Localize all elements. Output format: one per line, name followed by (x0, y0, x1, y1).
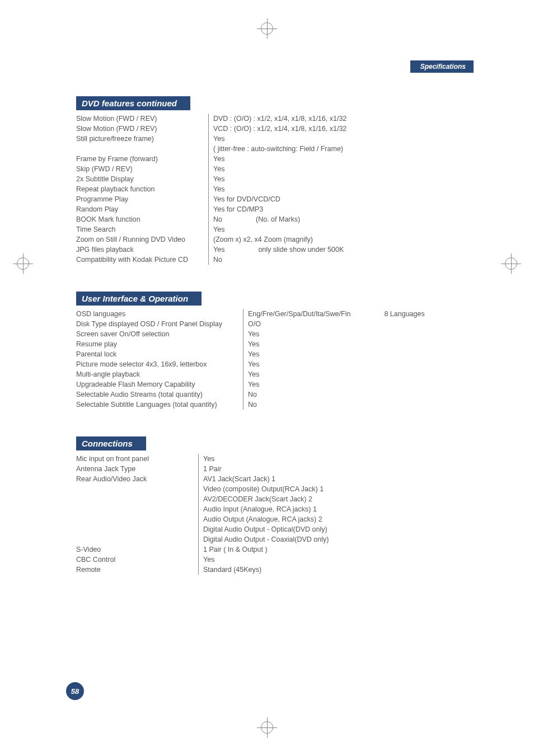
section-title-ui: User Interface & Operation (76, 292, 202, 306)
spec-label: Zoom on Still / Running DVD Video (76, 234, 204, 245)
spec-value-primary: ( jitter-free : auto-switching: Field / … (213, 144, 343, 154)
spec-row: Zoom on Still / Running DVD Video(Zoom x… (76, 234, 458, 245)
spec-row: BOOK Mark functionNo(No. of Marks) (76, 214, 458, 224)
spec-row: Audio Input (Analogue, RCA jacks) 1 (76, 504, 458, 514)
spec-value: O/O (243, 319, 458, 329)
spec-value: Digital Audio Output - Coaxial(DVD only) (198, 534, 458, 544)
spec-row: Repeat playback functionYes (76, 184, 458, 194)
spec-value-primary: No (248, 400, 257, 410)
spec-row: Random PlayYes for CD/MP3 (76, 204, 458, 214)
spec-label: Resume play (76, 339, 238, 349)
spec-value-primary: Yes (213, 134, 224, 144)
spec-row: Multi-angle playbackYes (76, 369, 458, 379)
spec-value-primary: Digital Audio Output - Optical(DVD only) (203, 524, 327, 534)
spec-value-primary: DVD : (O/O) : x1/2, x1/4, x1/8, x1/16, x… (213, 114, 346, 124)
spec-value-primary: Yes (248, 349, 259, 359)
spec-label: Repeat playback function (76, 184, 204, 194)
spec-value-primary: Yes (213, 164, 224, 174)
spec-row: Digital Audio Output - Coaxial(DVD only) (76, 534, 458, 544)
spec-label (76, 494, 194, 504)
spec-label: Compatibility with Kodak Picture CD (76, 255, 204, 265)
spec-row: Skip (FWD / REV)Yes (76, 164, 458, 174)
spec-value-primary: Yes (213, 245, 224, 255)
spec-value: Yes for CD/MP3 (208, 204, 458, 214)
spec-value-primary: Video (composite) Output(RCA Jack) 1 (203, 484, 324, 494)
header-tag: Specifications (410, 60, 474, 73)
spec-value: Yes (208, 134, 458, 144)
spec-value: Yes (243, 359, 458, 369)
spec-row: Picture mode selector 4x3, 16x9, letterb… (76, 359, 458, 369)
spec-value: Yes (208, 184, 458, 194)
spec-value: 1 Pair (198, 464, 458, 474)
spec-value-primary: Yes (213, 224, 224, 234)
spec-row: Time SearchYes (76, 224, 458, 234)
spec-label (76, 484, 194, 494)
spec-value: Yes (243, 349, 458, 359)
spec-value-primary: Standard (45Keys) (203, 565, 261, 575)
spec-label: Disk Type displayed OSD / Front Panel Di… (76, 319, 238, 329)
spec-value: DVD : (O/O) : x1/2, x1/4, x1/8, x1/16, x… (208, 114, 458, 124)
spec-value: Yes (208, 224, 458, 234)
spec-row: Disk Type displayed OSD / Front Panel Di… (76, 319, 458, 329)
spec-value-primary: No (213, 255, 222, 265)
page-number-badge: 58 (66, 682, 84, 700)
spec-value-primary: Yes for CD/MP3 (213, 204, 263, 214)
spec-value: Yes for DVD/VCD/CD (208, 194, 458, 204)
spec-label: Rear Audio/Video Jack (76, 474, 194, 484)
spec-value: 1 Pair ( In & Output ) (198, 544, 458, 555)
spec-label: Still picture/freeze frame) (76, 134, 204, 144)
spec-row: Selectable Audio Streams (total quantity… (76, 389, 458, 400)
spec-value-primary: Yes (248, 329, 259, 339)
spec-row: Video (composite) Output(RCA Jack) 1 (76, 484, 458, 494)
spec-value: Eng/Fre/Ger/Spa/Dut/Ita/Swe/Fin8 Languag… (243, 309, 458, 319)
spec-label (76, 514, 194, 524)
spec-label: BOOK Mark function (76, 214, 204, 224)
registration-mark-left (17, 257, 29, 270)
spec-value-secondary: only slide show under 500K (224, 245, 458, 255)
registration-mark-top (261, 22, 273, 35)
spec-value: Yes (243, 379, 458, 389)
spec-value-primary: Yes (213, 184, 224, 194)
spec-row: Programme PlayYes for DVD/VCD/CD (76, 194, 458, 204)
spec-label: Picture mode selector 4x3, 16x9, letterb… (76, 359, 238, 369)
spec-value-primary: No (213, 214, 222, 224)
spec-value: No (243, 389, 458, 400)
spec-value-secondary: (No. of Marks) (222, 214, 458, 224)
spec-row: OSD languagesEng/Fre/Ger/Spa/Dut/Ita/Swe… (76, 309, 458, 319)
spec-label: Frame by Frame (forward) (76, 154, 204, 164)
spec-value-primary: (Zoom x) x2, x4 Zoom (magnify) (213, 234, 313, 245)
spec-row: ( jitter-free : auto-switching: Field / … (76, 144, 458, 154)
spec-row: Digital Audio Output - Optical(DVD only) (76, 524, 458, 534)
spec-row: 2x Subtitle DisplayYes (76, 174, 458, 184)
spec-row: Resume playYes (76, 339, 458, 349)
spec-label (76, 504, 194, 514)
spec-value: Standard (45Keys) (198, 565, 458, 575)
spec-value-primary: Yes for DVD/VCD/CD (213, 194, 280, 204)
spec-row: Selectable Subtitle Languages (total qua… (76, 400, 458, 410)
spec-row: CBC ControlYes (76, 555, 458, 565)
spec-row: Parental lockYes (76, 349, 458, 359)
spec-label: Time Search (76, 224, 204, 234)
section-connections: Connections Mic input on front panelYesA… (76, 436, 458, 575)
spec-value-primary: Audio Output (Analogue, RCA jacks) 2 (203, 514, 322, 524)
section-title-dvd: DVD features continued (76, 96, 190, 110)
spec-row: Slow Motion (FWD / REV)VCD : (O/O) : x1/… (76, 124, 458, 134)
spec-label: Selectable Audio Streams (total quantity… (76, 389, 238, 400)
spec-value-primary: Yes (203, 454, 214, 464)
spec-value-primary: Yes (248, 339, 259, 349)
spec-label: Programme Play (76, 194, 204, 204)
spec-value-primary: Yes (213, 154, 224, 164)
spec-row: Mic input on front panelYes (76, 454, 458, 464)
spec-value-primary: Audio Input (Analogue, RCA jacks) 1 (203, 504, 317, 514)
spec-row: Frame by Frame (forward)Yes (76, 154, 458, 164)
spec-value: Yes (208, 154, 458, 164)
spec-value: Video (composite) Output(RCA Jack) 1 (198, 484, 458, 494)
spec-value: Yes (198, 454, 458, 464)
spec-value-primary: Eng/Fre/Ger/Spa/Dut/Ita/Swe/Fin (248, 309, 350, 319)
spec-label: Slow Motion (FWD / REV) (76, 114, 204, 124)
spec-value-primary: O/O (248, 319, 261, 329)
spec-value: VCD : (O/O) : x1/2, x1/4, x1/8, x1/16, x… (208, 124, 458, 134)
spec-value-primary: Yes (203, 555, 214, 565)
spec-row: Screen saver On/Off selectionYes (76, 329, 458, 339)
spec-value-primary: 1 Pair ( In & Output ) (203, 544, 268, 555)
